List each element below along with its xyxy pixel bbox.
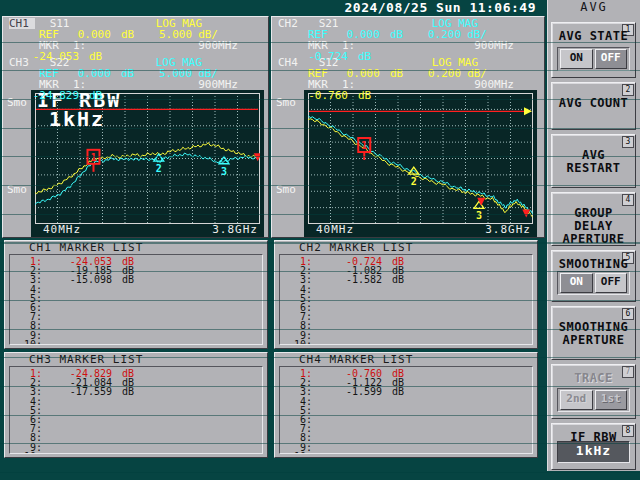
marker-list-row: 5: [10,406,262,415]
marker-list-row: 3:-17.559dB [10,387,262,396]
marker-list-row: 9: [280,443,532,452]
avg-off-option[interactable]: OFF [595,49,628,69]
ch3-marker-list-panel: CH3 MARKER LIST 1:-24.829dB2:-21.084dB3:… [4,352,268,458]
svg-text:3: 3 [476,210,482,221]
marker-list-row: 10: [10,452,262,454]
smoothing-indicator: Smo [276,183,296,196]
marker-list-title: CH4 MARKER LIST [299,354,537,365]
softkey-label: AVG COUNT [552,97,635,110]
marker-list-row: 1:-0.760dB [280,369,532,378]
marker-list-row: 2:-19.185dB [10,266,262,275]
marker-list-row: 6: [280,303,532,312]
channel-header-ch1: CH1 S11 LOG MAG REF0.000dB5.000dB/ MKR1:… [7,18,266,62]
graph-ch2-ch4: 123 40MHz 3.8GHz [304,90,537,237]
marker-list-row: 9: [10,331,262,340]
marker-list-row: 6: [10,303,262,312]
marker-list-row: 8: [280,321,532,330]
marker-list-row: 3:-1.599dB [280,387,532,396]
marker-list-row: 7: [280,424,532,433]
softkey-avg-state[interactable]: 1 AVG STATE ON OFF [551,22,636,78]
marker-list-row: 1:-24.829dB [10,369,262,378]
start-frequency: 40MHz [43,224,81,236]
marker-list-row: 9: [280,331,532,340]
svg-text:1: 1 [361,140,367,151]
smoothing-off-option[interactable]: OFF [595,273,628,293]
softkey-number: 2 [622,84,634,96]
marker-list-row: 8: [10,433,262,442]
marker-list-title: CH2 MARKER LIST [299,242,537,253]
softkey-avg-count[interactable]: 2 AVG COUNT [551,82,636,130]
marker-list-row: 6: [280,415,532,424]
panel-ch2-ch4: CH2 S21 LOG MAG REF0.000dB0.200dB/ MKR1:… [271,16,545,238]
marker-list: 1:-24.829dB2:-21.084dB3:-17.559dB4:5:6:7… [9,366,263,454]
if-rbw-value: 1kHz [557,441,630,463]
channel-id: CH3 [9,57,35,68]
marker-list: 1:-0.760dB2:-1.122dB3:-1.599dB4:5:6:7:8:… [279,366,533,454]
channel-id: CH1 [9,18,35,29]
softkey-smoothing[interactable]: 5 SMOOTHING ON OFF [551,250,636,302]
marker-list-row: 3:-15.098dB [10,275,262,284]
avg-on-option[interactable]: ON [560,49,593,69]
marker-list-row: 9: [10,443,262,452]
channel-header-ch4: CH4 S12 LOG MAG REF0.000dB0.200dB/ MKR1:… [276,57,542,101]
x-axis-labels: 40MHz 3.8GHz [304,224,537,236]
stop-frequency: 3.8GHz [485,224,531,236]
marker-list-row: 2:-1.082dB [280,266,532,275]
marker-list-row: 4: [10,285,262,294]
softkey-if-rbw[interactable]: 8 IF RBW 1kHz [551,423,636,470]
menu-title: AVG [548,0,640,15]
marker-list-row: 2:-1.122dB [280,378,532,387]
softkey-number: 4 [622,194,634,206]
ch2-marker-list-panel: CH2 MARKER LIST 1:-0.724dB2:-1.082dB3:-1… [274,240,538,349]
channel-id: CH4 [278,57,304,68]
softkey-label: APERTURE [552,334,635,347]
marker-list-row: 7: [280,312,532,321]
softkey-number: 6 [622,308,634,320]
smoothing-on-option[interactable]: ON [560,273,593,293]
svg-text:2: 2 [411,176,417,187]
channel-header-ch3: CH3 S22 LOG MAG REF0.000dB5.000dB/ MKR1:… [7,57,266,101]
softkey-trace: 7 TRACE 2nd 1st [551,364,636,419]
marker-value-row: -0.760dB [276,90,542,101]
softkey-label: AVG STATE [552,30,635,43]
marker-list: 1:-0.724dB2:-1.082dB3:-1.582dB4:5:6:7:8:… [279,254,533,345]
trace-2nd-option: 2nd [560,390,593,410]
marker-list-row: 4: [10,397,262,406]
ch4-marker-list-panel: CH4 MARKER LIST 1:-0.760dB2:-1.122dB3:-1… [274,352,538,458]
trace-toggle: 2nd 1st [557,388,630,412]
channel-header-ch2: CH2 S21 LOG MAG REF0.000dB0.200dB/ MKR1:… [276,18,542,62]
softkey-menu: AVG 1 AVG STATE ON OFF 2 AVG COUNT 3 AVG… [547,0,640,471]
svg-text:3: 3 [221,166,227,177]
marker-list-row: 5: [10,294,262,303]
marker-list-title: CH1 MARKER LIST [29,242,267,253]
marker-list-row: 3:-1.582dB [280,275,532,284]
softkey-smoothing-aperture[interactable]: 6 SMOOTHING APERTURE [551,306,636,360]
marker-list-row: 7: [10,312,262,321]
marker-list-row: 10: [280,340,532,345]
graph-ch1-ch3: 123 IF RBW 1kHz 40MHz 3.8GHz [31,90,264,237]
marker-list-row: 6: [10,415,262,424]
marker-list-row: 1:-24.053dB [10,257,262,266]
smoothing-toggle: ON OFF [557,271,630,295]
avg-state-toggle: ON OFF [557,47,630,71]
marker-list-row: 4: [280,397,532,406]
svg-text:1: 1 [90,152,96,163]
trace-1st-option: 1st [595,390,628,410]
softkey-label: GROUP DELAY [552,207,635,233]
marker-list-row: 5: [280,406,532,415]
smoothing-indicator: Smo [7,183,27,196]
stop-frequency: 3.8GHz [212,224,258,236]
marker-list: 1:-24.053dB2:-19.185dB3:-15.098dB4:5:6:7… [9,254,263,345]
softkey-number: 3 [622,136,634,148]
softkey-label: APERTURE [552,233,635,246]
vna-screen: 2024/08/25 Sun 11:06:49 CH1 S11 LOG MAG … [0,0,640,480]
softkey-avg-restart[interactable]: 3 AVG RESTART [551,134,636,188]
channel-id: CH2 [278,18,304,29]
softkey-group-delay-aperture[interactable]: 4 GROUP DELAY APERTURE [551,192,636,246]
datetime: 2024/08/25 Sun 11:06:49 [0,0,548,15]
marker-list-row: 4: [280,285,532,294]
ch1-marker-list-panel: CH1 MARKER LIST 1:-24.053dB2:-19.185dB3:… [4,240,268,349]
softkey-label: TRACE [552,372,635,385]
start-frequency: 40MHz [316,224,354,236]
marker-list-title: CH3 MARKER LIST [29,354,267,365]
